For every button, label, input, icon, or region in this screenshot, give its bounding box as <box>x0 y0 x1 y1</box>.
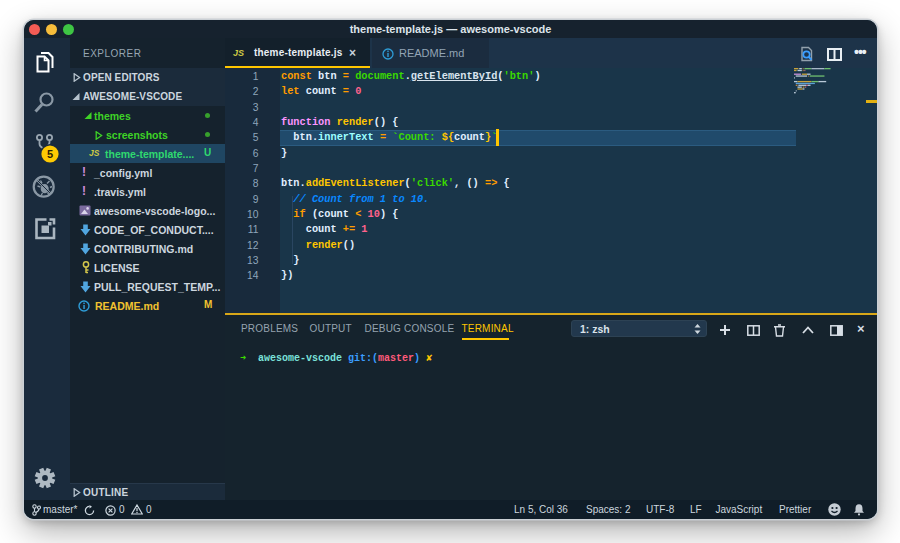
svg-text:5: 5 <box>47 148 53 160</box>
